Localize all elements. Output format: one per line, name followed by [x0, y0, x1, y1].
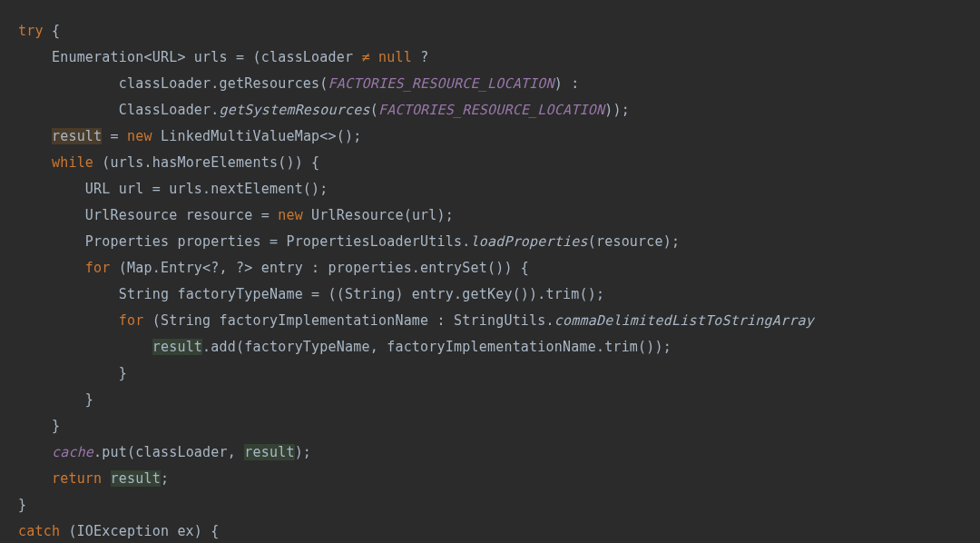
line-19: } — [18, 497, 26, 513]
line-1: try { — [18, 23, 60, 39]
line-8: UrlResource resource = new UrlResource(u… — [18, 207, 454, 223]
line-20: catch (IOException ex) { — [18, 523, 220, 539]
line-12: for (String factoryImplementationName : … — [18, 312, 814, 329]
line-6: while (urls.hasMoreElements()) { — [18, 154, 319, 171]
line-17: cache.put(classLoader, result); — [18, 444, 311, 460]
line-4: ClassLoader.getSystemResources(FACTORIES… — [18, 102, 630, 118]
code-block: try { Enumeration<URL> urls = (classLoad… — [18, 23, 814, 539]
line-10: for (Map.Entry<?, ?> entry : properties.… — [18, 260, 529, 276]
line-18: return result; — [18, 470, 169, 487]
var-result-write: result — [52, 128, 102, 144]
line-14: } — [18, 365, 127, 381]
kw-try: try — [18, 23, 44, 39]
line-16: } — [18, 418, 60, 434]
line-11: String factoryTypeName = ((String) entry… — [18, 286, 604, 302]
line-2: Enumeration<URL> urls = (classLoader ≠ n… — [18, 49, 428, 65]
line-9: Properties properties = PropertiesLoader… — [18, 233, 680, 250]
line-13: result.add(factoryTypeName, factoryImple… — [18, 339, 671, 355]
line-15: } — [18, 391, 93, 408]
var-result-read: result — [152, 339, 202, 355]
line-3: classLoader.getResources(FACTORIES_RESOU… — [18, 75, 580, 92]
line-7: URL url = urls.nextElement(); — [18, 181, 328, 197]
field-cache: cache — [52, 444, 93, 460]
line-5: result = new LinkedMultiValueMap<>(); — [18, 128, 362, 144]
